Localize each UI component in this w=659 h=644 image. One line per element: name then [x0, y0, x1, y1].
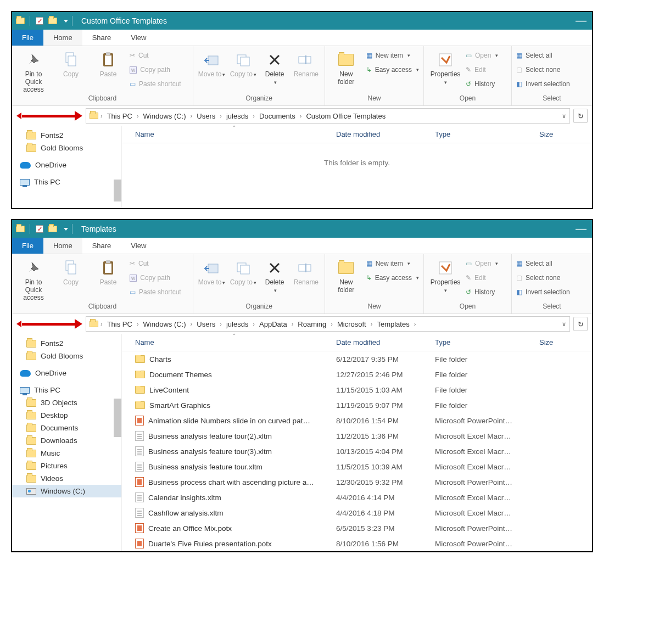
breadcrumb-segment[interactable]: julesds [224, 320, 250, 328]
file-list-pane[interactable]: ⌃ Name Date modified Type Size This fold… [122, 126, 592, 208]
column-date[interactable]: Date modified [336, 130, 435, 138]
navigation-pane[interactable]: Fonts2Gold BloomsOneDriveThis PC [12, 126, 122, 208]
paste-shortcut-button[interactable]: ▭Paste shortcut [130, 286, 181, 298]
qat-properties-icon[interactable]: ✓ [35, 224, 44, 234]
file-list-pane[interactable]: ⌃ Name Date modified Type Size Charts 6/… [122, 334, 592, 551]
column-date[interactable]: Date modified [336, 338, 435, 346]
qat-new-folder-icon[interactable] [48, 224, 58, 234]
nav-item[interactable]: Gold Blooms [12, 142, 121, 154]
file-row[interactable]: Charts 6/12/2017 9:35 PM File folder [122, 351, 592, 367]
qat-properties-icon[interactable]: ✓ [35, 16, 44, 26]
breadcrumb-segment[interactable]: AppData [257, 320, 289, 328]
breadcrumb-segment[interactable]: This PC [105, 112, 135, 120]
copy-button[interactable]: Copy [54, 49, 88, 78]
invert-selection-button[interactable]: ◧Invert selection [516, 286, 570, 298]
qat-new-folder-icon[interactable] [48, 16, 58, 26]
nav-item[interactable]: OneDrive [12, 367, 121, 379]
file-row[interactable]: Document Themes 12/27/2015 2:46 PM File … [122, 367, 592, 382]
breadcrumb-segment[interactable]: Roaming [295, 320, 328, 328]
column-type[interactable]: Type [435, 338, 539, 346]
tab-file[interactable]: File [12, 30, 43, 46]
copy-to-button[interactable]: Copy to▾ [229, 257, 257, 286]
select-none-button[interactable]: ▢Select none [516, 272, 570, 284]
delete-button[interactable]: Delete▾ [261, 257, 289, 294]
copy-to-button[interactable]: Copy to▾ [229, 49, 257, 78]
file-row[interactable]: SmartArt Graphics 11/19/2015 9:07 PM Fil… [122, 397, 592, 413]
open-button[interactable]: ▭Open▾ [466, 257, 498, 270]
column-headers[interactable]: ⌃ Name Date modified Type Size [122, 126, 592, 143]
nav-item[interactable]: OneDrive [12, 159, 121, 171]
breadcrumb-segment[interactable]: Microsoft [335, 320, 368, 328]
nav-item[interactable]: Videos [12, 472, 121, 485]
scrollbar-thumb[interactable] [114, 180, 121, 201]
paste-button[interactable]: Paste [91, 257, 125, 286]
paste-button[interactable]: Paste [91, 49, 125, 78]
file-row[interactable]: LiveContent 11/15/2015 1:03 AM File fold… [122, 382, 592, 397]
cut-button[interactable]: ✂Cut [130, 257, 181, 270]
address-dropdown-icon[interactable]: ∨ [562, 321, 566, 328]
title-bar[interactable]: ✓ Custom Office Templates — [12, 12, 592, 30]
properties-button[interactable]: Properties▾ [428, 49, 462, 86]
easy-access-button[interactable]: ↳Easy access▾ [366, 272, 419, 284]
breadcrumb-segment[interactable]: Windows (C:) [141, 112, 188, 120]
column-size[interactable]: Size [539, 338, 592, 346]
paste-shortcut-button[interactable]: ▭Paste shortcut [130, 78, 181, 90]
nav-item[interactable]: Windows (C:) [12, 485, 121, 497]
pin-to-quick-access-button[interactable]: Pin to Quick access [16, 257, 51, 301]
new-folder-button[interactable]: Newfolder [330, 49, 363, 86]
file-row[interactable]: Animation slide Numbers slide in on curv… [122, 413, 592, 428]
file-row[interactable]: Calendar insights.xltm 4/4/2016 4:14 PM … [122, 490, 592, 505]
minimize-button[interactable]: — [576, 222, 587, 235]
edit-button[interactable]: ✎Edit [466, 64, 498, 76]
qat-customize-icon[interactable] [61, 16, 71, 26]
refresh-button[interactable]: ↻ [573, 317, 588, 331]
file-row[interactable]: Create an Office Mix.potx 6/5/2015 3:23 … [122, 520, 592, 536]
address-dropdown-icon[interactable]: ∨ [562, 113, 566, 120]
file-row[interactable]: Business process chart with ascending pi… [122, 474, 592, 490]
copy-path-button[interactable]: wCopy path [130, 64, 181, 76]
tab-home[interactable]: Home [43, 238, 82, 254]
nav-item[interactable]: Documents [12, 422, 121, 434]
file-row[interactable]: Duarte's Five Rules presentation.potx 8/… [122, 536, 592, 551]
tab-view[interactable]: View [121, 30, 156, 46]
column-type[interactable]: Type [435, 130, 539, 138]
nav-item[interactable]: This PC [12, 176, 121, 188]
nav-item[interactable]: Fonts2 [12, 337, 121, 350]
breadcrumb-segment[interactable]: Documents [257, 112, 298, 120]
file-row[interactable]: Business analysis feature tour.xltm 11/5… [122, 459, 592, 474]
select-all-button[interactable]: ▦Select all [516, 257, 570, 270]
tab-share[interactable]: Share [82, 238, 121, 254]
breadcrumb-segment[interactable]: Users [194, 112, 217, 120]
nav-item[interactable]: Desktop [12, 409, 121, 422]
breadcrumb-segment[interactable]: Custom Office Templates [304, 112, 388, 120]
properties-button[interactable]: Properties▾ [428, 257, 462, 294]
tab-file[interactable]: File [12, 238, 43, 254]
open-button[interactable]: ▭Open▾ [466, 49, 498, 61]
column-name[interactable]: Name [122, 130, 336, 138]
nav-item[interactable]: 3D Objects [12, 396, 121, 409]
breadcrumb-segment[interactable]: Windows (C:) [141, 320, 188, 328]
file-row[interactable]: Cashflow analysis.xltm 4/4/2016 4:18 PM … [122, 505, 592, 520]
edit-button[interactable]: ✎Edit [466, 272, 498, 284]
copy-path-button[interactable]: wCopy path [130, 272, 181, 284]
file-row[interactable]: Business analysis feature tour(3).xltm 1… [122, 444, 592, 459]
qat-customize-icon[interactable] [61, 224, 71, 234]
column-headers[interactable]: ⌃ Name Date modified Type Size [122, 334, 592, 351]
cut-button[interactable]: ✂Cut [130, 49, 181, 61]
nav-item[interactable]: This PC [12, 384, 121, 396]
tab-view[interactable]: View [121, 238, 156, 254]
tab-share[interactable]: Share [82, 30, 121, 46]
breadcrumb-segment[interactable]: Templates [375, 320, 411, 328]
invert-selection-button[interactable]: ◧Invert selection [516, 78, 570, 90]
address-bar[interactable]: › This PC › Windows (C:) › Users › jules… [86, 316, 570, 332]
new-folder-button[interactable]: Newfolder [330, 257, 363, 294]
history-button[interactable]: ↺History [466, 78, 498, 90]
new-item-button[interactable]: ▦New item▾ [366, 257, 419, 270]
delete-button[interactable]: Delete▾ [261, 49, 289, 86]
breadcrumb-segment[interactable]: This PC [105, 320, 135, 328]
copy-button[interactable]: Copy [54, 257, 88, 286]
nav-item[interactable]: Pictures [12, 460, 121, 472]
select-none-button[interactable]: ▢Select none [516, 64, 570, 76]
new-item-button[interactable]: ▦New item▾ [366, 49, 419, 61]
history-button[interactable]: ↺History [466, 286, 498, 298]
